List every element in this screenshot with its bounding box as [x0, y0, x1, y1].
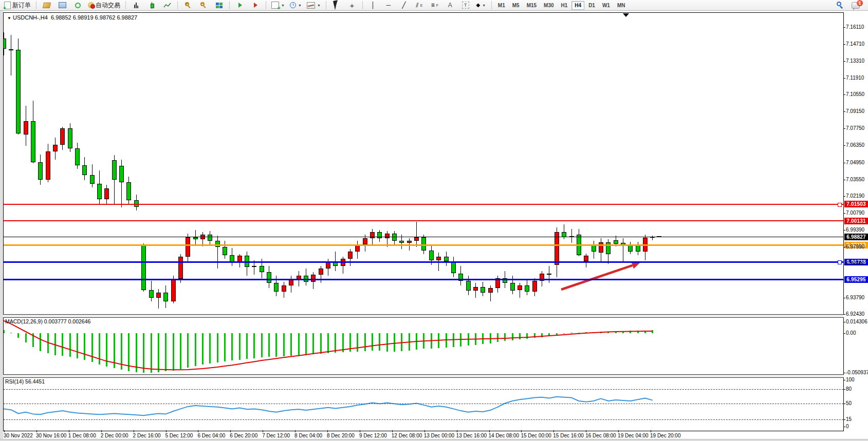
time-tick-label: 8 Dec 04:00 [294, 433, 322, 438]
time-tick-label: 16 Dec 08:00 [585, 433, 616, 438]
price-tick-label: 7.14710 [846, 41, 864, 47]
price-tick-label: 6.93790 [846, 295, 864, 300]
rsi-tick [843, 380, 845, 380]
price-tick [843, 247, 845, 247]
rsi-tick [843, 389, 845, 390]
chart-title-symbol: USDCNH-,H4 [13, 14, 48, 21]
time-tick-label: 13 Dec 00:00 [424, 433, 455, 438]
time-tick-label: 2 Dec 00:00 [101, 433, 128, 438]
price-tick-label: 6.92430 [846, 311, 864, 317]
chart-title-ohlc: 6.98852 6.98919 6.98762 6.98827 [51, 14, 137, 21]
price-hline-6.98150[interactable] [4, 244, 843, 246]
chart-dropdown-icon[interactable]: ▼ [7, 16, 11, 21]
rsi-level-line-15 [4, 419, 843, 420]
rsi-tick-label: 80 [846, 386, 852, 392]
price-tick-label: 7.07750 [846, 125, 864, 131]
time-tick-label: 8 Dec 20:00 [327, 433, 355, 438]
time-tick [618, 430, 619, 432]
price-badge-6.98827: 6.98827 [844, 234, 868, 240]
price-tick-label: 7.02190 [846, 193, 864, 199]
macd-tick [843, 333, 845, 334]
time-tick-label: 19 Dec 20:00 [650, 433, 681, 438]
time-tick-label: 19 Dec 04:00 [618, 433, 649, 438]
time-tick-label: 6 Dec 20:00 [230, 433, 257, 438]
time-tick [392, 430, 393, 432]
price-tick-label: 6.97990 [846, 244, 864, 250]
rsi-label: RSI(14) 56.4451 [5, 378, 45, 385]
time-tick-label: 6 Dec 04:00 [197, 433, 225, 438]
time-tick [263, 430, 263, 432]
time-tick-label: 14 Dec 08:00 [489, 433, 520, 438]
rsi-level-line-80 [4, 389, 843, 390]
price-hline-6.95295[interactable] [4, 279, 843, 280]
price-tick-label: 7.00790 [846, 210, 864, 216]
price-tick [843, 196, 845, 197]
rsi-tick [843, 427, 845, 427]
hline-handle[interactable] [838, 203, 842, 207]
macd-signal-line [4, 321, 653, 370]
price-tick-label: 6.96590 [846, 261, 864, 266]
rsi-tick [843, 419, 845, 420]
price-hline-7.01503[interactable] [4, 204, 843, 205]
macd-tick-label: -0.050937 [846, 370, 868, 375]
time-tick-label: 1 Dec 08:00 [68, 433, 96, 438]
price-tick [843, 314, 845, 315]
price-tick [843, 61, 845, 62]
price-tick [843, 128, 845, 129]
time-tick [36, 430, 37, 432]
time-tick-label: 13 Dec 16:00 [456, 433, 487, 438]
time-tick [651, 430, 651, 432]
rsi-line [4, 397, 653, 415]
macd-tick [843, 373, 845, 373]
price-badge-7.01503: 7.01503 [844, 201, 868, 207]
time-tick [521, 430, 522, 432]
chart-shift-marker[interactable] [623, 13, 629, 17]
current-bar-tick [657, 236, 661, 237]
price-tick [843, 264, 845, 264]
chart-title: ▼ USDCNH-,H4 6.98852 6.98919 6.98762 6.9… [7, 14, 137, 21]
price-tick [843, 298, 845, 298]
price-tick [843, 180, 845, 180]
time-tick [101, 430, 102, 432]
time-tick-label: 9 Dec 12:00 [359, 433, 387, 438]
trend-arrow-line[interactable] [561, 265, 633, 290]
time-tick-label: 2 Dec 16:00 [133, 433, 161, 438]
price-tick [843, 27, 845, 28]
hline-handle[interactable] [838, 260, 842, 264]
time-tick-label: 12 Dec 08:00 [392, 433, 422, 438]
price-tick [843, 213, 845, 214]
trend-arrow-head[interactable] [632, 262, 640, 269]
time-tick-label: 7 Dec 12:00 [262, 433, 290, 438]
time-tick [553, 430, 554, 432]
price-hline-6.96738[interactable] [4, 261, 843, 263]
price-tick [843, 94, 845, 95]
time-tick [4, 430, 5, 432]
time-tick [586, 430, 586, 432]
price-hline-7.00131[interactable] [4, 220, 843, 221]
time-tick-label: 5 Dec 12:00 [165, 433, 193, 438]
price-tick [843, 111, 845, 112]
time-tick [360, 430, 360, 432]
rsi-tick-label: 15 [846, 416, 852, 422]
price-badge-7.00131: 7.00131 [844, 218, 868, 224]
price-tick-label: 6.99390 [846, 227, 864, 233]
time-tick-label: 30 Nov 16:00 [36, 433, 67, 438]
price-tick-label: 7.13310 [846, 58, 864, 64]
price-tick [843, 163, 845, 163]
rsi-tick [843, 404, 845, 404]
price-badge-6.95295: 6.95295 [844, 276, 868, 283]
price-hline-6.98827[interactable] [4, 237, 843, 237]
price-tick-label: 7.04950 [846, 160, 864, 165]
time-tick [457, 430, 457, 432]
macd-tick [843, 322, 845, 322]
price-tick-label: 7.16110 [846, 24, 864, 30]
rsi-tick-label: 50 [846, 400, 852, 406]
price-tick [843, 44, 845, 45]
rsi-tick-label: 0 [846, 424, 849, 429]
time-tick [69, 430, 69, 432]
time-tick [327, 430, 328, 432]
price-tick-label: 7.11910 [846, 75, 864, 81]
time-tick-label: 15 Dec 00:00 [521, 433, 551, 438]
price-tick-label: 7.03550 [846, 177, 864, 182]
time-tick-label: 30 Nov 2022 [4, 433, 33, 438]
